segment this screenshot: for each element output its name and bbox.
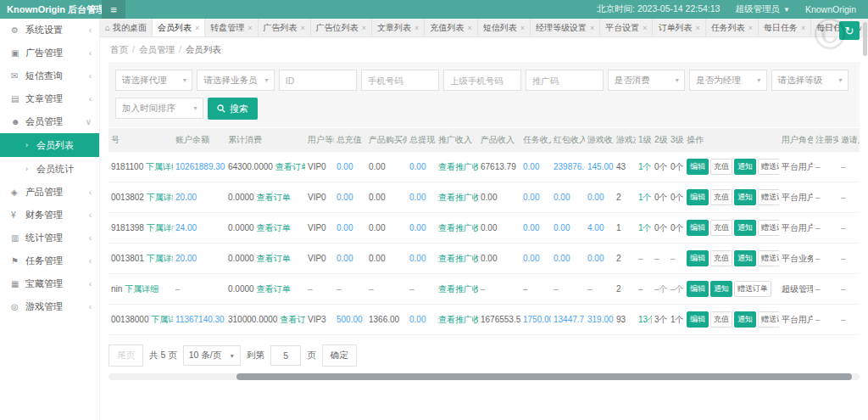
close-icon[interactable]: ×: [695, 24, 699, 32]
promo-income-link[interactable]: 查看推广收入: [438, 254, 478, 263]
view-orders-link[interactable]: 查看订单: [280, 315, 305, 324]
notify-button[interactable]: 通知: [734, 220, 756, 236]
view-orders-link[interactable]: 查看订单: [256, 254, 290, 263]
is-manager-select[interactable]: 是否为经理▼: [689, 70, 766, 91]
promo-income-link[interactable]: 查看推广收入: [438, 193, 478, 202]
view-orders-link[interactable]: 查看订单: [275, 162, 305, 171]
sidebar-item-treasure-management[interactable]: ▦宝藏管理‹: [0, 272, 99, 295]
close-icon[interactable]: ×: [643, 24, 647, 32]
notify-button[interactable]: 通知: [734, 189, 756, 205]
parent-phone-input[interactable]: [443, 70, 521, 91]
notify-button[interactable]: 通知: [710, 281, 732, 297]
close-icon[interactable]: ×: [801, 24, 805, 32]
recharge-button[interactable]: 充值: [710, 159, 732, 175]
subordinate-detail-link[interactable]: 下属详细: [151, 315, 173, 324]
close-icon[interactable]: ×: [248, 24, 252, 32]
subordinate-detail-link[interactable]: 下属详细: [147, 193, 173, 202]
horizontal-scrollbar-thumb[interactable]: [236, 373, 853, 380]
gift-order-button[interactable]: 赠送订单: [758, 250, 779, 266]
view-orders-link[interactable]: 查看订单: [256, 223, 290, 232]
last-page-button[interactable]: 尾页: [108, 344, 143, 367]
breadcrumb-item[interactable]: 会员管理: [139, 44, 175, 54]
consumed-select[interactable]: 是否消费▼: [608, 70, 685, 91]
notify-button[interactable]: 通知: [734, 311, 756, 328]
header-brand-link[interactable]: KnownOrigin: [805, 4, 856, 14]
sidebar-item-game-management[interactable]: ◎游戏管理‹: [0, 295, 99, 318]
level-select[interactable]: 请选择等级▼: [771, 70, 849, 91]
join-time-sort-select[interactable]: 加入时间排序▼: [115, 98, 203, 119]
tab-daily-task[interactable]: 每日任务×: [759, 19, 811, 36]
sidebar-item-sms-query[interactable]: ✉短信查询‹: [0, 64, 99, 87]
tab-ad-list[interactable]: 广告列表×: [259, 19, 311, 36]
tab-my-desktop[interactable]: ⌂我的桌面: [100, 19, 153, 36]
tab-wheel-management[interactable]: 转盘管理×: [205, 19, 258, 36]
tab-manager-level-settings[interactable]: 经理等级设置×: [531, 19, 600, 36]
admin-role-dropdown[interactable]: 超级管理员▼: [735, 3, 789, 15]
subordinate-detail-link[interactable]: 下属详细: [146, 162, 173, 171]
view-orders-link[interactable]: 查看订单: [256, 284, 290, 294]
tab-ad-slot-list[interactable]: 广告位列表×: [311, 19, 372, 36]
recharge-button[interactable]: 充值: [710, 220, 732, 236]
recharge-button[interactable]: 充值: [710, 250, 732, 266]
view-orders-link[interactable]: 查看订单: [256, 193, 290, 202]
tab-article-list[interactable]: 文章列表×: [372, 19, 425, 36]
subordinate-detail-link[interactable]: 下属详细: [125, 284, 159, 294]
hamburger-button[interactable]: ≡: [102, 0, 125, 19]
phone-input[interactable]: [361, 70, 439, 91]
close-icon[interactable]: ×: [467, 24, 471, 32]
tab-recharge-list[interactable]: 充值列表×: [425, 19, 477, 36]
sidebar-subitem-member-list[interactable]: ›会员列表: [0, 133, 99, 157]
confirm-button[interactable]: 确定: [322, 344, 357, 367]
gift-order-button[interactable]: 赠送订单: [758, 159, 779, 175]
id-input[interactable]: [279, 70, 357, 91]
notify-button[interactable]: 通知: [734, 159, 756, 175]
sidebar-item-task-management[interactable]: ⚑任务管理‹: [0, 249, 99, 272]
edit-button[interactable]: 编辑: [687, 250, 709, 266]
sidebar-item-member-management[interactable]: ☻会员管理∨: [0, 110, 99, 133]
sidebar-item-stats-management[interactable]: ▥统计管理‹: [0, 227, 99, 249]
salesman-select[interactable]: 请选择业务员▼: [197, 70, 274, 91]
promo-income-link[interactable]: 查看推广收入: [438, 284, 478, 294]
edit-button[interactable]: 编辑: [687, 311, 709, 328]
edit-button[interactable]: 编辑: [687, 159, 709, 175]
gift-order-button[interactable]: 赠送订单: [758, 220, 779, 236]
subordinate-detail-link[interactable]: 下属详细: [147, 254, 173, 263]
refresh-button[interactable]: ↻: [839, 21, 860, 40]
sidebar-item-article-management[interactable]: ▤文章管理‹: [0, 87, 99, 110]
subordinate-detail-link[interactable]: 下属详细: [147, 223, 173, 232]
promo-income-link[interactable]: 查看推广收入: [438, 315, 478, 324]
breadcrumb-item[interactable]: 首页: [110, 44, 128, 54]
gift-order-button[interactable]: 赠送订单: [758, 311, 779, 328]
edit-button[interactable]: 编辑: [687, 220, 709, 236]
vertical-scrollbar-thumb[interactable]: [863, 22, 867, 56]
sidebar-item-system-settings[interactable]: ⚙系统设置‹: [0, 19, 99, 42]
gift-order-button[interactable]: 赠送订单: [734, 281, 771, 297]
tab-member-list[interactable]: 会员列表×: [153, 19, 205, 36]
tab-order-list[interactable]: 订单列表×: [653, 19, 705, 36]
sidebar-item-ad-management[interactable]: ▣广告管理‹: [0, 42, 99, 64]
close-icon[interactable]: ×: [362, 24, 366, 32]
close-icon[interactable]: ×: [415, 24, 419, 32]
tab-sms-list[interactable]: 短信列表×: [478, 19, 531, 36]
search-button[interactable]: 搜索: [208, 98, 258, 120]
horizontal-scrollbar-track[interactable]: [108, 373, 860, 380]
close-icon[interactable]: ×: [590, 24, 594, 32]
edit-button[interactable]: 编辑: [687, 189, 709, 205]
close-icon[interactable]: ×: [748, 24, 753, 32]
notify-button[interactable]: 通知: [734, 250, 756, 266]
agent-select[interactable]: 请选择代理▼: [115, 70, 192, 91]
gift-order-button[interactable]: 赠送订单: [758, 189, 779, 205]
promo-code-input[interactable]: [526, 70, 604, 91]
sidebar-item-finance-management[interactable]: ¥财务管理‹: [0, 204, 99, 227]
close-icon[interactable]: ×: [520, 24, 525, 32]
close-icon[interactable]: ×: [195, 24, 199, 32]
goto-page-input[interactable]: [270, 345, 301, 366]
sidebar-subitem-member-stats[interactable]: ›会员统计: [0, 157, 99, 181]
edit-button[interactable]: 编辑: [687, 281, 709, 297]
per-page-select[interactable]: 10 条/页▼: [183, 345, 241, 366]
tab-task-list[interactable]: 任务列表×: [706, 19, 759, 36]
recharge-button[interactable]: 充值: [710, 311, 732, 328]
close-icon[interactable]: ×: [301, 24, 305, 32]
tab-platform-settings[interactable]: 平台设置×: [600, 19, 653, 36]
sidebar-item-product-management[interactable]: ◈产品管理‹: [0, 181, 99, 204]
